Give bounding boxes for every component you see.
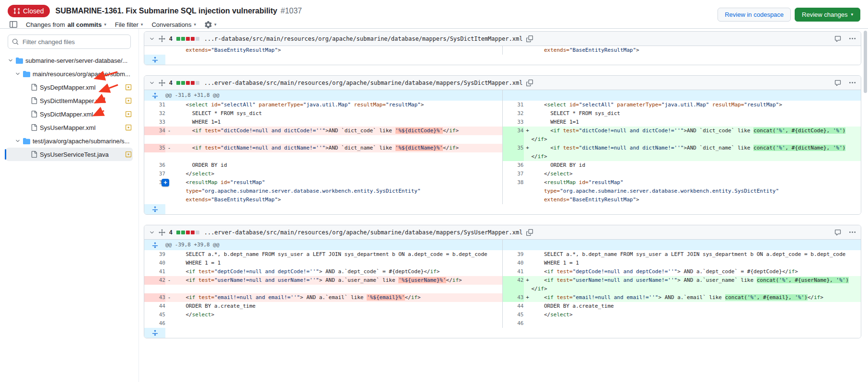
sidebar-tree-dir[interactable]: test/java/org/apache/submarine/s... [6, 134, 133, 148]
expand-hunk-down-button[interactable] [144, 55, 165, 65]
line-number[interactable] [144, 285, 165, 293]
diff-line-row: 32 SELECT * FROM sys_dict32 SELECT * FRO… [144, 109, 861, 118]
line-number[interactable]: 40 [503, 259, 524, 267]
code-line: WHERE 1 = 1 [524, 259, 861, 267]
line-number[interactable]: 41 [144, 267, 165, 276]
line-number[interactable]: 33 [144, 118, 165, 127]
drag-handle-icon[interactable] [159, 80, 165, 86]
line-number[interactable]: 35 [144, 144, 165, 152]
expand-hunk-down-button[interactable] [144, 204, 165, 214]
diffstat-block [196, 37, 199, 41]
comment-icon[interactable] [834, 80, 841, 86]
line-number[interactable] [503, 46, 524, 55]
diff-marker [524, 302, 532, 311]
expand-hunk-up-button[interactable] [144, 240, 165, 250]
sidebar-tree-dir[interactable]: main/resources/org/apache/subm... [6, 67, 133, 81]
sidebar-tree-file[interactable]: SysUserMapper.xml [6, 121, 133, 134]
line-number[interactable]: 36 [144, 161, 165, 170]
collapse-diff-chevron-icon[interactable] [149, 230, 155, 235]
line-number[interactable] [144, 135, 165, 144]
diff-settings-dropdown[interactable]: ▾ [205, 21, 217, 28]
chevron-down-icon[interactable] [8, 58, 13, 63]
line-number[interactable] [144, 187, 165, 196]
line-number[interactable]: 39 [503, 250, 524, 259]
code-line: + <if test="dictName!=null and dictName!… [524, 144, 861, 152]
drag-handle-icon[interactable] [159, 35, 165, 42]
diff-line-row: </if> [144, 152, 861, 161]
conversations-dropdown[interactable]: Conversations ▾ [151, 21, 196, 28]
copy-path-icon[interactable] [526, 35, 533, 42]
line-number[interactable]: 38+ [144, 178, 165, 187]
chevron-down-icon[interactable] [15, 138, 21, 144]
file-icon [31, 97, 37, 104]
line-number[interactable]: 44 [503, 302, 524, 311]
diff-marker [165, 101, 173, 109]
line-number[interactable]: 34 [503, 127, 524, 135]
sidebar-tree-file[interactable]: SysUserServiceTest.java [6, 148, 133, 161]
kebab-menu-icon[interactable] [849, 79, 856, 86]
line-number[interactable] [144, 46, 165, 55]
line-number[interactable]: 46 [144, 319, 165, 328]
line-number[interactable] [503, 187, 524, 196]
drag-handle-icon[interactable] [159, 229, 165, 236]
kebab-menu-icon[interactable] [849, 229, 856, 236]
line-number[interactable]: 32 [144, 109, 165, 118]
line-number[interactable]: 35 [503, 144, 524, 152]
line-number[interactable]: 38 [503, 178, 524, 187]
review-in-codespace-button[interactable]: Review in codespace [718, 8, 791, 22]
sidebar-tree-file[interactable]: SysDictItemMapper.xml [6, 94, 133, 107]
file-filter-dropdown[interactable]: File filter ▾ [115, 21, 143, 28]
filter-changed-files-input[interactable] [8, 35, 131, 49]
code-line [165, 319, 503, 328]
expand-context-row [144, 55, 861, 65]
line-number[interactable] [503, 285, 524, 293]
line-number[interactable]: 40 [144, 259, 165, 267]
copy-path-icon[interactable] [526, 80, 533, 86]
comment-icon[interactable] [834, 229, 841, 236]
line-number[interactable]: 36 [503, 161, 524, 170]
line-number[interactable]: 37 [503, 170, 524, 178]
file-filter-box [8, 35, 131, 49]
sidebar-toggle-button[interactable] [10, 21, 17, 28]
line-number[interactable]: 33 [503, 118, 524, 127]
line-number[interactable]: 46 [503, 319, 524, 328]
file-icon [31, 111, 37, 117]
collapse-diff-chevron-icon[interactable] [149, 80, 155, 86]
line-number[interactable] [144, 152, 165, 161]
copy-path-icon[interactable] [526, 229, 533, 236]
kebab-menu-icon[interactable] [849, 35, 856, 42]
line-number[interactable]: 41 [503, 267, 524, 276]
collapse-diff-chevron-icon[interactable] [149, 36, 155, 42]
line-number[interactable]: 34 [144, 127, 165, 135]
vertical-scrollbar[interactable] [864, 31, 867, 93]
add-line-comment-button[interactable]: + [162, 179, 169, 186]
comment-icon[interactable] [834, 35, 841, 42]
diff-marker [524, 170, 532, 178]
chevron-down-icon[interactable] [15, 71, 21, 77]
expand-hunk-down-button[interactable] [144, 328, 165, 338]
diff-marker [165, 196, 173, 204]
line-number[interactable]: 45 [144, 311, 165, 319]
line-number[interactable]: 39 [144, 250, 165, 259]
line-number[interactable]: 37 [144, 170, 165, 178]
line-number[interactable] [503, 152, 524, 161]
line-number[interactable]: 32 [503, 109, 524, 118]
all-commits-label: all commits [68, 21, 102, 28]
line-number[interactable] [503, 196, 524, 204]
sidebar-tree-file[interactable]: SysDeptMapper.xml [6, 81, 133, 94]
line-number[interactable]: 45 [503, 311, 524, 319]
line-number[interactable]: 44 [144, 302, 165, 311]
line-number[interactable] [503, 135, 524, 144]
sidebar-tree-dir[interactable]: submarine-server/server-database/... [6, 54, 133, 67]
line-number[interactable]: 42 [503, 276, 524, 285]
changes-from-dropdown[interactable]: Changes from all commits ▾ [26, 21, 106, 28]
line-number[interactable]: 43 [503, 293, 524, 302]
line-number[interactable]: 43 [144, 293, 165, 302]
review-changes-button[interactable]: Review changes ▾ [795, 8, 860, 22]
line-number[interactable]: 31 [503, 101, 524, 109]
sidebar-tree-file[interactable]: SysDictMapper.xml [6, 107, 133, 121]
line-number[interactable]: 42 [144, 276, 165, 285]
expand-hunk-up-button[interactable] [144, 90, 165, 101]
line-number[interactable]: 31 [144, 101, 165, 109]
line-number[interactable] [144, 196, 165, 204]
